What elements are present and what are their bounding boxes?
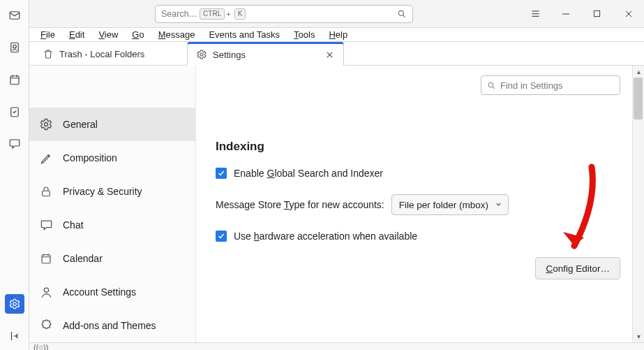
account-icon xyxy=(39,285,53,299)
menu-file[interactable]: File xyxy=(35,28,61,41)
activity-calendar-icon[interactable] xyxy=(5,70,24,89)
puzzle-icon xyxy=(39,319,53,333)
settings-panel: Find in Settings Indexing Enable Global … xyxy=(196,66,644,342)
activity-contacts-icon[interactable] xyxy=(5,38,24,57)
sync-status-icon: ((○)) xyxy=(33,343,48,350)
sidebar-item-label: Account Settings xyxy=(63,286,136,298)
scroll-up-arrow[interactable]: ▴ xyxy=(633,66,644,78)
search-icon xyxy=(397,9,407,19)
settings-sidebar: General Composition Privacy & Security C… xyxy=(29,66,196,342)
tab-strip: Trash - Local Folders Settings xyxy=(29,42,644,66)
find-placeholder: Find in Settings xyxy=(500,80,563,91)
svg-rect-7 xyxy=(594,10,599,16)
hw-accel-checkbox[interactable] xyxy=(216,231,227,242)
svg-point-6 xyxy=(398,10,403,15)
activity-chat-icon[interactable] xyxy=(5,134,24,154)
calendar-icon xyxy=(39,251,53,265)
menu-view[interactable]: View xyxy=(93,28,123,41)
svg-rect-10 xyxy=(43,191,50,196)
menu-events[interactable]: Events and Tasks xyxy=(203,28,285,41)
tab-settings[interactable]: Settings xyxy=(187,42,344,66)
config-editor-button[interactable]: Config Editor… xyxy=(535,257,620,279)
find-in-settings-input[interactable]: Find in Settings xyxy=(481,75,620,95)
gear-icon xyxy=(39,117,53,131)
activity-mail-icon[interactable] xyxy=(5,6,24,25)
chevron-down-icon xyxy=(495,200,502,210)
sidebar-item-label: Add-ons and Themes xyxy=(63,320,156,331)
app-menu-button[interactable] xyxy=(521,0,550,28)
sidebar-item-account[interactable]: Account Settings xyxy=(29,275,195,309)
sidebar-item-calendar[interactable]: Calendar xyxy=(29,242,195,275)
sidebar-item-label: Chat xyxy=(63,219,84,231)
svg-rect-11 xyxy=(42,255,50,263)
menu-go[interactable]: Go xyxy=(126,28,149,41)
chat-icon xyxy=(39,218,53,232)
menu-help[interactable]: Help xyxy=(323,28,353,41)
sidebar-item-composition[interactable]: Composition xyxy=(29,141,195,175)
sidebar-item-privacy[interactable]: Privacy & Security xyxy=(29,175,195,208)
search-icon xyxy=(487,81,496,90)
window-minimize-button[interactable] xyxy=(550,0,581,28)
trash-icon xyxy=(43,48,54,59)
hw-accel-row: Use hardware acceleration when available xyxy=(216,231,624,242)
svg-rect-3 xyxy=(10,76,19,85)
scroll-thumb[interactable] xyxy=(634,78,643,119)
tab-settings-close[interactable] xyxy=(324,49,335,60)
kbd-plus: + xyxy=(226,10,230,18)
svg-point-2 xyxy=(13,45,16,48)
tab-trash-label: Trash - Local Folders xyxy=(59,49,178,59)
sidebar-item-chat[interactable]: Chat xyxy=(29,208,195,242)
svg-point-9 xyxy=(45,123,48,126)
activity-collapse-icon[interactable] xyxy=(5,326,24,346)
activity-settings-icon[interactable] xyxy=(5,294,24,314)
message-store-value: File per folder (mbox) xyxy=(399,200,488,210)
scroll-down-arrow[interactable]: ▾ xyxy=(633,330,644,342)
sidebar-item-label: Calendar xyxy=(63,253,103,264)
window-maximize-button[interactable] xyxy=(581,0,613,28)
enable-global-search-label: Enable Global Search and Indexer xyxy=(234,168,383,179)
main-column: Search… CTRL + K File Edit View Go Messa… xyxy=(29,0,644,350)
tab-settings-label: Settings xyxy=(213,50,318,60)
annotation-arrow xyxy=(560,163,602,268)
vertical-scrollbar[interactable]: ▴ ▾ xyxy=(632,66,644,342)
menu-tools[interactable]: Tools xyxy=(288,28,320,41)
kbd-ctrl: CTRL xyxy=(200,8,225,20)
menu-message[interactable]: Message xyxy=(153,28,201,41)
activity-tasks-icon[interactable] xyxy=(5,102,24,122)
svg-rect-0 xyxy=(10,12,20,20)
svg-point-13 xyxy=(488,82,493,87)
menubar: File Edit View Go Message Events and Tas… xyxy=(29,28,644,42)
sidebar-item-label: General xyxy=(63,119,98,130)
message-store-row: Message Store Type for new accounts: Fil… xyxy=(216,194,624,215)
activity-bar xyxy=(0,0,29,350)
gear-icon xyxy=(196,49,207,60)
kbd-k: K xyxy=(234,8,246,20)
enable-global-search-checkbox[interactable] xyxy=(216,168,227,179)
sidebar-item-label: Composition xyxy=(63,152,117,163)
global-search-input[interactable]: Search… CTRL + K xyxy=(155,5,413,23)
svg-point-5 xyxy=(13,302,16,306)
sidebar-item-general[interactable]: General xyxy=(29,108,195,141)
svg-point-12 xyxy=(44,288,48,292)
pencil-icon xyxy=(39,151,53,165)
search-placeholder: Search… xyxy=(161,9,197,19)
titlebar: Search… CTRL + K xyxy=(29,0,644,28)
tab-trash[interactable]: Trash - Local Folders xyxy=(33,43,187,65)
hw-accel-label: Use hardware acceleration when available xyxy=(234,231,417,242)
lock-icon xyxy=(39,184,53,198)
sidebar-item-addons[interactable]: Add-ons and Themes xyxy=(29,309,195,342)
message-store-label: Message Store Type for new accounts: xyxy=(216,199,384,210)
svg-point-8 xyxy=(200,53,203,56)
message-store-select[interactable]: File per folder (mbox) xyxy=(391,194,509,215)
menu-edit[interactable]: Edit xyxy=(63,28,90,41)
status-bar: ((○)) xyxy=(29,342,644,350)
sidebar-item-label: Privacy & Security xyxy=(63,186,142,197)
enable-global-search-row: Enable Global Search and Indexer xyxy=(216,168,624,179)
settings-content: General Composition Privacy & Security C… xyxy=(29,66,644,342)
svg-rect-1 xyxy=(10,43,18,52)
window-close-button[interactable] xyxy=(613,0,644,28)
section-indexing-heading: Indexing xyxy=(216,140,624,154)
